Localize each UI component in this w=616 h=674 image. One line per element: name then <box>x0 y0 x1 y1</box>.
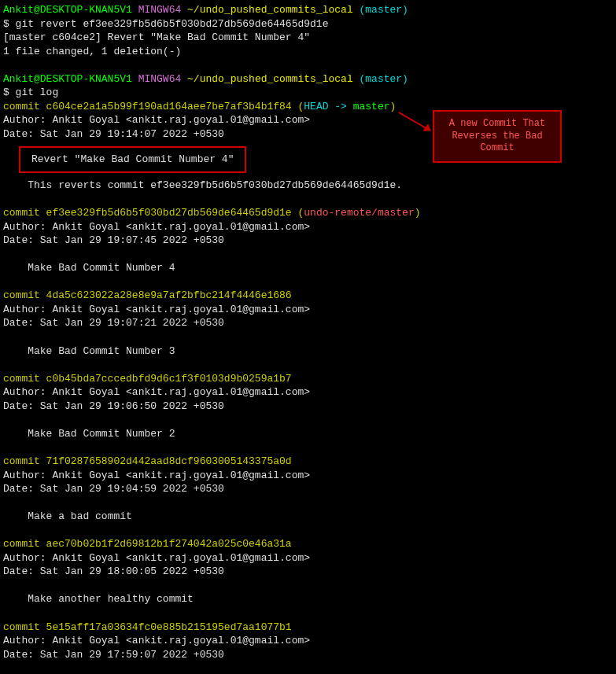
date-line: Date: Sat Jan 29 18:00:05 2022 +0530 <box>3 565 613 579</box>
commit-header: commit 71f0287658902d442aad8dcf960300514… <box>3 455 613 469</box>
terminal-output[interactable]: Ankit@DESKTOP-KNAN5V1 MINGW64 ~/undo_pus… <box>3 3 613 674</box>
annotation-callout: A new Commit That Reverses the Bad Commi… <box>433 110 562 163</box>
author-line: Author: Ankit Goyal <ankit.raj.goyal.01@… <box>3 634 613 648</box>
prompt-line: Ankit@DESKTOP-KNAN5V1 MINGW64 ~/undo_pus… <box>3 72 613 87</box>
command-line: $ git revert ef3ee329fb5d6b5f030bd27db56… <box>3 17 613 31</box>
author-line: Author: Ankit Goyal <ankit.raj.goyal.01@… <box>3 469 613 483</box>
date-line: Date: Sat Jan 29 19:04:59 2022 +0530 <box>3 482 613 496</box>
commit-message: Make another healthy commit <box>3 592 613 606</box>
output-line: 1 file changed, 1 deletion(-) <box>3 45 613 59</box>
highlight-revert-message: Revert "Make Bad Commit Number 4" <box>19 146 246 173</box>
commit-message: Make Bad Commit Number 3 <box>3 344 613 359</box>
commit-header: commit 4da5c623022a28e8e9a7af2bfbc214f44… <box>3 289 613 303</box>
date-line: Date: Sat Jan 29 19:07:45 2022 +0530 <box>3 234 613 248</box>
command-line: $ git log <box>3 86 613 100</box>
date-line: Date: Sat Jan 29 17:59:07 2022 +0530 <box>3 648 613 662</box>
commit-header: commit ef3ee329fb5d6b5f030bd27db569de644… <box>3 206 613 220</box>
prompt-line: Ankit@DESKTOP-KNAN5V1 MINGW64 ~/undo_pus… <box>3 3 613 17</box>
author-line: Author: Ankit Goyal <ankit.raj.goyal.01@… <box>3 303 613 317</box>
output-line: [master c604ce2] Revert "Make Bad Commit… <box>3 31 613 45</box>
commit-message: Make Bad Commit Number 4 <box>3 261 613 275</box>
commit-header: commit c0b45bda7cccedbfd9d6c1f3f0103d9b0… <box>3 372 613 386</box>
date-line: Date: Sat Jan 29 19:06:50 2022 +0530 <box>3 400 613 414</box>
commit-header: commit 5e15aff17a03634fc0e885b215195ed7a… <box>3 621 613 635</box>
commit-message: This reverts commit ef3ee329fb5d6b5f030b… <box>3 179 613 193</box>
date-line: Date: Sat Jan 29 19:07:21 2022 +0530 <box>3 316 613 330</box>
commit-message: Make a bad commit <box>3 510 613 524</box>
commit-message: Make Bad Commit Number 2 <box>3 427 613 441</box>
author-line: Author: Ankit Goyal <ankit.raj.goyal.01@… <box>3 551 613 565</box>
commit-header: commit aec70b02b1f2d69812b1f274042a025c0… <box>3 537 613 551</box>
author-line: Author: Ankit Goyal <ankit.raj.goyal.01@… <box>3 385 613 400</box>
author-line: Author: Ankit Goyal <ankit.raj.goyal.01@… <box>3 220 613 234</box>
